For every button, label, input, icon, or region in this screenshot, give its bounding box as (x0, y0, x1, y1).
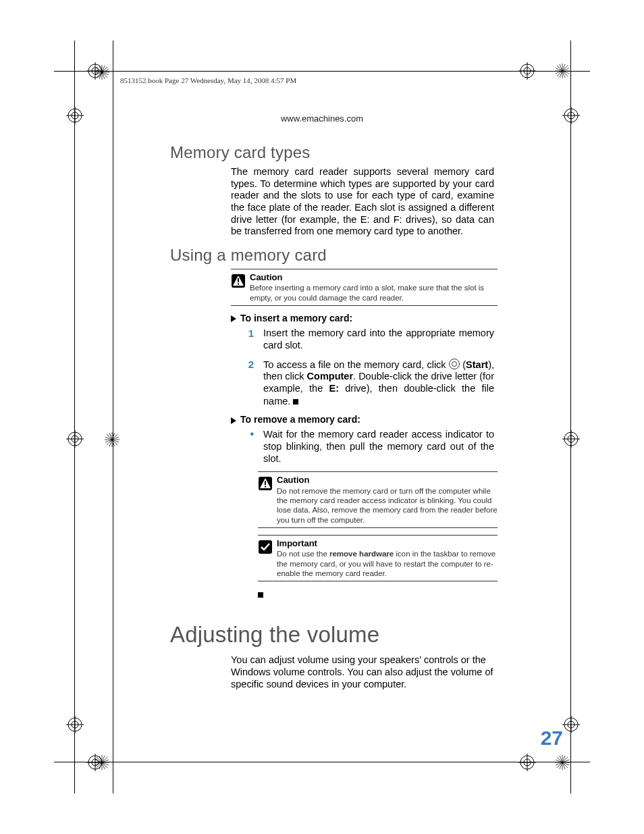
heading-memory-card-types: Memory card types (170, 143, 494, 162)
header-book-line: 8513152.book Page 27 Wednesday, May 14, … (120, 76, 296, 84)
step-body: To access a file on the memory card, cli… (263, 359, 494, 408)
page: 8513152.book Page 27 Wednesday, May 14, … (0, 0, 644, 834)
svg-rect-82 (238, 278, 239, 282)
triangle-icon (231, 315, 236, 322)
registration-mark-icon (518, 754, 536, 771)
step-remove-1: • Wait for the memory card reader access… (238, 429, 494, 465)
caution-icon (231, 273, 246, 288)
end-of-procedure-icon (293, 399, 298, 405)
starburst-icon (95, 65, 109, 80)
caution-title: Caution (277, 475, 309, 485)
registration-mark-icon (66, 716, 84, 733)
crop-line-left2 (113, 41, 113, 793)
end-of-procedure-block (258, 588, 494, 600)
caution-body: Do not remove the memory card or turn of… (277, 487, 498, 524)
triangle-icon (231, 417, 236, 424)
step-number: 2 (238, 359, 254, 408)
svg-rect-83 (238, 284, 239, 285)
header-url: www.emachines.com (0, 113, 644, 124)
step-insert-1: 1 Insert the memory card into the approp… (238, 328, 494, 351)
caution-title: Caution (250, 272, 282, 282)
svg-rect-87 (265, 486, 266, 488)
crop-line-left (74, 41, 75, 793)
svg-rect-86 (265, 481, 266, 485)
heading-using-memory-card: Using a memory card (170, 246, 494, 265)
heading-adjusting-volume: Adjusting the volume (170, 622, 494, 648)
registration-mark-icon (66, 430, 84, 448)
crop-line-bottom (54, 762, 590, 762)
caution-icon (258, 476, 273, 491)
caution-callout: Caution Before inserting a memory card i… (231, 269, 498, 306)
important-title: Important (277, 538, 317, 548)
registration-mark-icon (518, 62, 536, 80)
checkmark-icon (258, 540, 273, 554)
step-body: Insert the memory card into the appropri… (263, 328, 494, 351)
important-callout: Important Do not use the remove hardware… (258, 535, 498, 581)
step-insert-2: 2 To access a file on the memory card, c… (238, 359, 494, 408)
important-body: Do not use the remove hardware icon in t… (277, 550, 495, 577)
step-bullet: • (238, 429, 254, 465)
caution-body: Before inserting a memory card into a sl… (250, 284, 484, 301)
procedure-insert-heading: To insert a memory card: (231, 313, 494, 323)
starburst-icon (555, 755, 570, 770)
registration-mark-icon (562, 716, 580, 733)
step-number: 1 (238, 328, 254, 351)
content-area: Memory card types The memory card reader… (170, 135, 494, 699)
windows-start-icon (449, 359, 460, 369)
registration-mark-icon (562, 430, 580, 448)
para-memory-card-types: The memory card reader supports several … (231, 166, 494, 238)
end-of-procedure-icon (258, 592, 263, 598)
crop-line-right (570, 41, 571, 793)
starburst-icon (105, 432, 119, 447)
page-number: 27 (541, 727, 563, 750)
starburst-icon (555, 63, 570, 78)
procedure-remove-heading: To remove a memory card: (231, 414, 494, 425)
para-adjusting-volume: You can adjust volume using your speaker… (231, 654, 498, 690)
step-body: Wait for the memory card reader access i… (263, 429, 494, 465)
crop-line-top (54, 71, 590, 72)
caution-callout: Caution Do not remove the memory card or… (258, 471, 498, 528)
starburst-icon (95, 755, 109, 770)
